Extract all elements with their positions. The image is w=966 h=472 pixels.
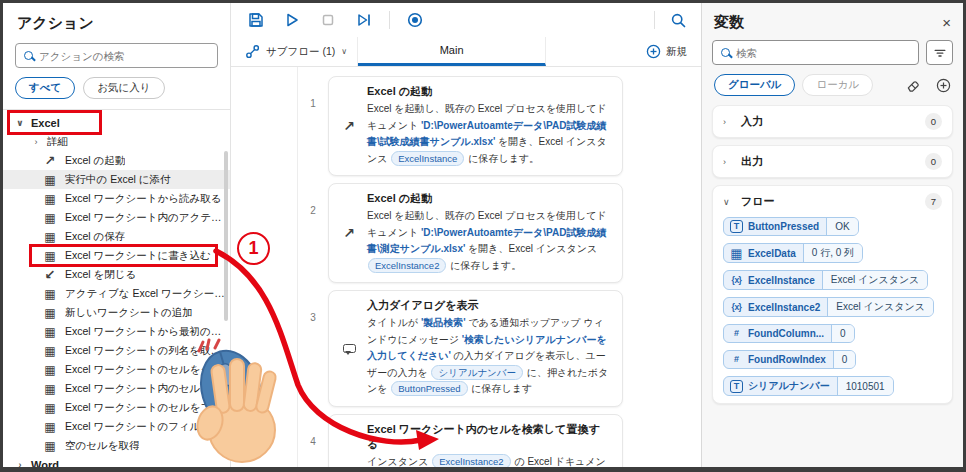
run-button[interactable] xyxy=(281,9,303,31)
variable-pill[interactable]: TButtonPressed OK xyxy=(723,217,859,236)
action-list-item[interactable]: ▦ 新しいワークシートの追加 xyxy=(3,303,230,322)
step-title: Excel の起動 xyxy=(367,84,610,99)
action-list-item[interactable]: ▦ Excel ワークシートに書き込む xyxy=(3,246,230,265)
step-description: タイトルが '製品検索' である通知ポップアップ ウィンドウにメッセージ '検索… xyxy=(367,315,610,398)
excel-icon: ▦ xyxy=(43,231,57,243)
actions-search-input[interactable] xyxy=(39,50,209,62)
count-badge: 7 xyxy=(925,193,942,210)
excel-icon: ▦ xyxy=(43,288,57,300)
actions-search[interactable] xyxy=(15,43,218,68)
step-title: 入力ダイアログを表示 xyxy=(367,298,610,313)
toolbar-separator xyxy=(389,11,390,29)
flow-tabbar: サブフロー (1) ∨ Main 新規 xyxy=(231,37,701,67)
flow-search-button[interactable] xyxy=(667,9,689,31)
tree-group-detail[interactable]: › 詳細 xyxy=(3,132,230,151)
variables-panel: 変数 × グローバル ローカル › 入力 xyxy=(701,3,963,467)
flow-step: 2 ↗ Excel の起動 Excel を起動し、既存の Excel プロセスを… xyxy=(298,183,623,283)
flow-step-card[interactable]: ↗ Excel の起動 Excel を起動し、既存の Excel プロセスを使用… xyxy=(328,76,623,176)
scope-chip-local[interactable]: ローカル xyxy=(802,74,873,96)
flow-variable-row: TButtonPressed OK xyxy=(723,217,942,236)
subflow-dropdown[interactable]: サブフロー (1) ∨ xyxy=(231,37,358,66)
action-list-item[interactable]: ▦ Excel ワークシートの列名を取得する xyxy=(3,341,230,360)
action-list-item[interactable]: ▦ Excel ワークシート内のアクティブなセルを取得 xyxy=(3,208,230,227)
excel-icon: ▦ xyxy=(43,250,57,262)
action-list-item[interactable]: ↗ Excel の起動 xyxy=(3,151,230,170)
variable-pill[interactable]: Tシリアルナンバー 1010501 xyxy=(723,376,894,396)
record-button[interactable] xyxy=(404,9,426,31)
action-tree: ∨ Excel › 詳細 ↗ Excel の起動 ▦ 実行中の Excel に添… xyxy=(3,110,230,467)
variable-pill[interactable]: {x}ExcelInstance2 Excel インスタンス xyxy=(723,297,934,317)
variables-search[interactable] xyxy=(712,40,919,65)
section-flow: ∨ フロー 7 TButtonPressed OK ▦ExcelData 0 行… xyxy=(712,185,953,404)
variable-pill[interactable]: #FoundColumn... 0 xyxy=(723,324,855,343)
close-icon[interactable]: × xyxy=(942,15,951,30)
scrollbar-thumb[interactable] xyxy=(224,151,228,321)
action-list-item[interactable]: ▦ Excel ワークシートから読み取る xyxy=(3,189,230,208)
subflow-label: サブフロー (1) xyxy=(266,45,335,59)
variable-name: FoundColumn... xyxy=(748,328,824,339)
eraser-button[interactable] xyxy=(906,78,921,93)
section-flow-header[interactable]: ∨ フロー 7 xyxy=(723,193,942,210)
filter-chip-favorites[interactable]: お気に入り xyxy=(83,77,164,99)
chevron-right-icon: › xyxy=(31,137,41,147)
save-button[interactable] xyxy=(245,9,267,31)
section-output-header[interactable]: › 出力 0 xyxy=(723,153,942,170)
action-item-label: Excel ワークシート内のセルを並べ替える xyxy=(65,382,230,396)
variable-value: OK xyxy=(826,218,857,235)
scope-chip-global[interactable]: グローバル xyxy=(714,74,795,96)
action-list-item[interactable]: ▦ 空のセルを取得 xyxy=(3,436,230,455)
close-icon: ↙ xyxy=(43,268,57,281)
text-type-icon: T xyxy=(730,220,743,233)
launch-icon: ↗ xyxy=(340,119,358,133)
tree-group-word[interactable]: › Word xyxy=(3,455,230,467)
flow-step-card[interactable]: ↗ Excel の起動 Excel を起動し、既存の Excel プロセスを使用… xyxy=(328,183,623,283)
run-icon xyxy=(283,11,301,29)
inline-variable: ExcelInstance xyxy=(391,151,464,166)
excel-icon: ▦ xyxy=(43,402,57,414)
step-description: Excel を起動し、既存の Excel プロセスを使用してドキュメント 'D:… xyxy=(367,101,610,167)
action-list-item[interactable]: ▦ 実行中の Excel に添付 xyxy=(3,170,230,189)
action-list-item[interactable]: ▦ Excel ワークシートのフィルターをクリアする xyxy=(3,417,230,436)
variable-pill[interactable]: #FoundRowIndex 0 xyxy=(723,350,856,369)
action-list-item[interactable]: ▦ Excel ワークシート内のセルを並べ替える xyxy=(3,379,230,398)
variable-name: ExcelData xyxy=(748,248,796,259)
excel-icon: ▦ xyxy=(43,421,57,433)
variable-name: ExcelInstance xyxy=(748,275,815,286)
tree-group-excel[interactable]: ∨ Excel xyxy=(3,113,230,132)
action-item-label: Excel を閉じる xyxy=(65,268,136,282)
filter-chip-all[interactable]: すべて xyxy=(15,77,75,99)
step-description: インスタンス ExcelInstance2 の Excel ドキュメントで、テキ… xyxy=(367,454,610,468)
action-list-item[interactable]: ▦ Excel ワークシートのセルをフィルター処理する xyxy=(3,398,230,417)
section-input-header[interactable]: › 入力 0 xyxy=(723,113,942,130)
variable-pill[interactable]: {x}ExcelInstance Excel インスタンス xyxy=(723,270,928,290)
flow-step-card[interactable]: ▦ Excel ワークシート内のセルを検索して置換する インスタンス Excel… xyxy=(328,414,623,468)
step-description: Excel を起動し、既存の Excel プロセスを使用してドキュメント 'D:… xyxy=(367,208,610,274)
variable-pill[interactable]: ▦ExcelData 0 行, 0 列 xyxy=(723,243,863,263)
flow-variable-row: #FoundColumn... 0 xyxy=(723,324,942,343)
action-list-item[interactable]: ▦ Excel ワークシートのセルをクリアする xyxy=(3,360,230,379)
stop-button[interactable] xyxy=(317,9,339,31)
action-list-item[interactable]: ▦ Excel の保存 xyxy=(3,227,230,246)
tab-main[interactable]: Main xyxy=(358,37,546,66)
search-icon xyxy=(24,51,33,60)
plus-circle-icon xyxy=(646,44,661,59)
action-list-item[interactable]: ↙ Excel を閉じる xyxy=(3,265,230,284)
filter-button[interactable] xyxy=(926,40,953,65)
table-type-icon: ▦ xyxy=(730,247,743,260)
excel-icon: ▦ xyxy=(43,326,57,338)
new-subflow-button[interactable]: 新規 xyxy=(632,37,701,66)
variables-search-input[interactable] xyxy=(736,47,910,59)
tree-group-label: 詳細 xyxy=(47,135,68,149)
step-over-button[interactable] xyxy=(353,9,375,31)
flow-step-card[interactable]: 入力ダイアログを表示 タイトルが '製品検索' である通知ポップアップ ウィンド… xyxy=(328,290,623,407)
action-item-label: 新しいワークシートの追加 xyxy=(65,306,193,320)
action-list-item[interactable]: ▦ アクティブな Excel ワークシートの設定 xyxy=(3,284,230,303)
count-badge: 0 xyxy=(925,113,942,130)
chevron-right-icon: › xyxy=(723,157,732,167)
action-list-item[interactable]: ▦ Excel ワークシートから最初の空の列や行を... xyxy=(3,322,230,341)
step-number: 1 xyxy=(298,76,328,176)
action-item-label: アクティブな Excel ワークシートの設定 xyxy=(65,287,230,301)
add-variable-button[interactable] xyxy=(936,78,951,93)
step-number: 4 xyxy=(298,414,328,468)
inline-variable: ExcelInstance2 xyxy=(432,454,510,468)
